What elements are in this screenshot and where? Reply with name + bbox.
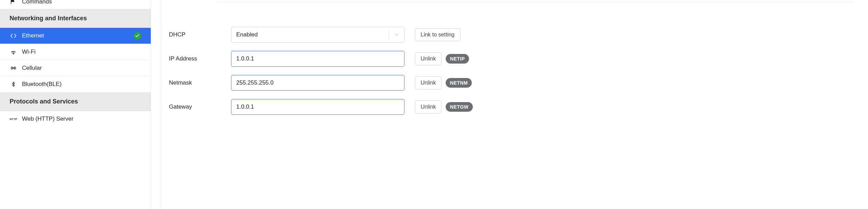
ethernet-form: DHCP Enabled Link to setting IP Addr	[169, 27, 854, 115]
link-to-setting-button[interactable]: Link to setting	[415, 28, 460, 41]
sidebar-item-label: Wi-Fi	[22, 48, 36, 55]
section-title: Networking and Interfaces	[10, 15, 87, 22]
sidebar-item-label: Bluetooth(BLE)	[22, 81, 61, 88]
sidebar-item-label: Cellular	[22, 65, 42, 72]
section-title: Protocols and Services	[10, 98, 78, 105]
sidebar-item-wifi[interactable]: Wi-Fi	[0, 44, 151, 60]
wifi-icon	[10, 48, 17, 56]
ip-address-input[interactable]	[231, 51, 404, 67]
sidebar-section-protocols: Protocols and Services	[0, 92, 151, 111]
flag-icon	[10, 0, 17, 6]
ip-actions: Unlink NETIP	[415, 52, 469, 65]
dhcp-select-value: Enabled	[236, 31, 258, 38]
gateway-input[interactable]	[231, 99, 404, 115]
http-icon: HTTP	[10, 115, 17, 123]
sidebar-item-commands[interactable]: Commands	[0, 0, 151, 9]
badge-netgw: NETGW	[446, 102, 472, 112]
main-panel: DHCP Enabled Link to setting IP Addr	[161, 0, 868, 209]
label-netmask: Netmask	[169, 79, 231, 86]
row-dhcp: DHCP Enabled Link to setting	[169, 27, 854, 43]
sidebar-section-networking: Networking and Interfaces	[0, 9, 151, 28]
ethernet-icon	[10, 32, 17, 40]
netmask-input[interactable]	[231, 75, 404, 91]
app-root: Commands Networking and Interfaces Ether…	[0, 0, 868, 209]
label-dhcp: DHCP	[169, 31, 231, 38]
bluetooth-icon	[10, 80, 17, 88]
label-gateway: Gateway	[169, 103, 231, 110]
sidebar-item-label: Web (HTTP) Server	[22, 116, 73, 122]
content-divider	[151, 0, 161, 209]
sidebar-item-ethernet[interactable]: Ethernet	[0, 28, 151, 44]
label-ip: IP Address	[169, 55, 231, 62]
unlink-gateway-button[interactable]: Unlink	[415, 100, 442, 113]
row-netmask: Netmask Unlink NETNM	[169, 75, 854, 91]
sidebar-item-label: Commands	[22, 0, 52, 5]
sidebar-item-label: Ethernet	[22, 32, 44, 39]
svg-point-1	[13, 68, 14, 69]
row-ip: IP Address Unlink NETIP	[169, 51, 854, 67]
sidebar-item-http-server[interactable]: HTTP Web (HTTP) Server	[0, 111, 151, 127]
select-separator	[389, 30, 389, 40]
badge-netnm: NETNM	[446, 78, 472, 88]
cellular-icon	[10, 64, 17, 72]
row-gateway: Gateway Unlink NETGW	[169, 99, 854, 115]
sidebar-item-cellular[interactable]: Cellular	[0, 60, 151, 76]
badge-netip: NETIP	[446, 54, 469, 64]
sidebar-item-bluetooth[interactable]: Bluetooth(BLE)	[0, 76, 151, 92]
chevron-down-icon	[393, 31, 400, 38]
dhcp-select[interactable]: Enabled	[231, 27, 404, 43]
sidebar: Commands Networking and Interfaces Ether…	[0, 0, 151, 209]
svg-point-0	[13, 54, 14, 54]
status-ok-icon	[134, 32, 141, 40]
gateway-actions: Unlink NETGW	[415, 100, 473, 113]
panel-top-border	[217, 2, 854, 2]
netmask-actions: Unlink NETNM	[415, 76, 472, 89]
unlink-netmask-button[interactable]: Unlink	[415, 76, 442, 89]
unlink-ip-button[interactable]: Unlink	[415, 52, 442, 65]
dhcp-actions: Link to setting	[415, 28, 460, 41]
